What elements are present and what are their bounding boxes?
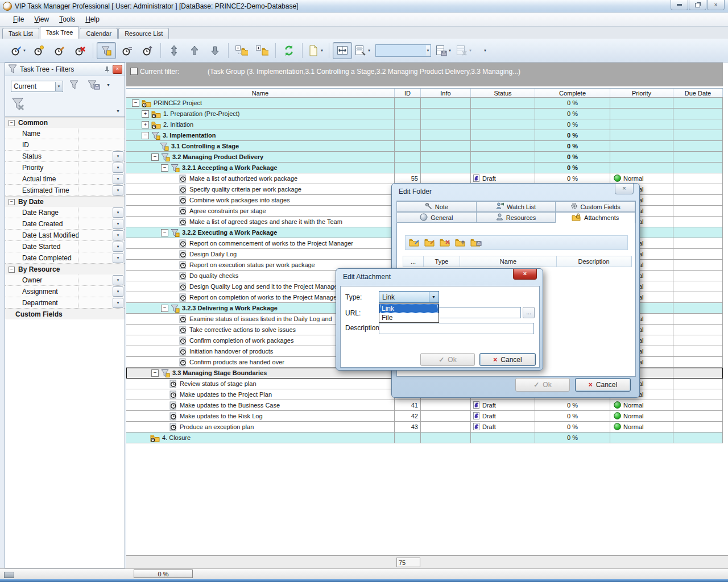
tab-resources[interactable]: Resources	[476, 212, 556, 223]
close-button[interactable]: ×	[707, 0, 725, 10]
type-combo[interactable]: Link▼	[379, 291, 439, 303]
filter-item-assignment[interactable]: Assignment▼	[5, 286, 125, 297]
clear-filter-icon[interactable]	[11, 97, 26, 113]
delete-task-button[interactable]	[70, 42, 89, 59]
table-row[interactable]: −3.2 Managing Product Delivery0 %	[126, 152, 723, 163]
collapse-box-icon[interactable]: −	[142, 132, 149, 139]
view-preset-combo[interactable]: ▼	[375, 44, 431, 57]
dropdown-button[interactable]: ▼	[113, 298, 123, 308]
column-header-complete[interactable]: Complete	[535, 89, 610, 97]
chevron-down-icon[interactable]: ▼	[106, 83, 110, 87]
task-history-button[interactable]	[138, 42, 157, 59]
export-button[interactable]: ▼	[306, 42, 325, 59]
column-header-name[interactable]: Name	[126, 89, 395, 97]
fit-columns-button[interactable]	[333, 42, 352, 59]
dropdown-button[interactable]: ▼	[113, 151, 123, 161]
dropdown-button[interactable]: ▼	[113, 230, 123, 240]
table-row[interactable]: Make updates to the Business Case41Draft…	[126, 400, 723, 411]
delete-attachment-icon[interactable]	[440, 238, 451, 248]
column-header-priority[interactable]: Priority	[610, 89, 673, 97]
filter-item-estimated-time[interactable]: Estimated Time▼	[5, 185, 125, 196]
filter-tasks-button[interactable]	[97, 42, 116, 59]
save-filter-icon[interactable]	[87, 80, 101, 91]
table-row[interactable]: 3.1 Controlling a Stage0 %	[126, 141, 723, 152]
edit-task-button[interactable]	[49, 42, 69, 59]
tab-custom-fields[interactable]: Custom Fields	[555, 201, 635, 212]
filter-item-date-completed[interactable]: Date Completed▼	[5, 252, 125, 264]
task-notes-button[interactable]	[117, 42, 136, 59]
chevron-down-icon[interactable]: ▼	[116, 109, 120, 113]
filter-item-date-created[interactable]: Date Created▼	[5, 218, 125, 230]
dropdown-button[interactable]: ▼	[113, 286, 123, 297]
tab-task-list[interactable]: Task List	[2, 28, 39, 39]
table-row[interactable]: +2. Initiation0 %	[126, 119, 723, 130]
move-down-button[interactable]	[205, 42, 225, 59]
attachment-column-type[interactable]: Type	[424, 256, 460, 267]
column-header-due-date[interactable]: Due Date	[673, 89, 723, 97]
collapse-box-icon[interactable]: −	[9, 267, 15, 273]
filter-group-custom-fields[interactable]: Custom Fields	[5, 309, 125, 319]
ok-button[interactable]: ✓Ok	[515, 378, 570, 392]
menu-view[interactable]: View	[29, 14, 54, 25]
collapse-box-icon[interactable]: −	[9, 199, 15, 205]
browse-button[interactable]: ...	[523, 307, 535, 318]
add-subtask-button[interactable]	[29, 42, 48, 59]
filter-item-date-started[interactable]: Date Started▼	[5, 241, 125, 252]
tab-watch-list[interactable]: Watch List	[476, 201, 556, 212]
filter-item-date-last-modified[interactable]: Date Last Modified▼	[5, 230, 125, 241]
save-view-button[interactable]: ▼	[434, 42, 453, 59]
dropdown-option-link[interactable]: Link	[379, 304, 439, 313]
customize-columns-button[interactable]: ▼	[353, 42, 373, 59]
dropdown-button[interactable]: ▼	[113, 275, 123, 285]
dropdown-button[interactable]: ▼	[113, 253, 123, 263]
filter-item-id[interactable]: ID	[5, 139, 125, 151]
attachment-column-grip[interactable]: ...	[403, 256, 424, 267]
column-header-status[interactable]: Status	[471, 89, 535, 97]
attachment-column-name[interactable]: Name	[460, 256, 557, 267]
table-row[interactable]: −PRINCE2 Project0 %	[126, 98, 723, 109]
tab-note[interactable]: Note	[396, 201, 477, 212]
collapse-box-icon[interactable]: −	[161, 164, 168, 172]
dropdown-button[interactable]: ▼	[113, 242, 123, 252]
collapse-box-icon[interactable]: −	[9, 120, 15, 126]
collapse-box-icon[interactable]: −	[161, 305, 168, 312]
dropdown-button[interactable]: ▼	[113, 219, 123, 229]
dropdown-button[interactable]: ▼	[113, 174, 123, 184]
add-task-button[interactable]: ▼	[9, 42, 28, 59]
filter-item-status[interactable]: Status▼	[5, 151, 125, 162]
delete-view-button[interactable]: ▼	[454, 42, 474, 59]
ok-button[interactable]: ✓Ok	[420, 353, 475, 366]
tab-general[interactable]: General	[396, 212, 477, 223]
expand-all-button[interactable]	[253, 42, 272, 59]
attachment-column-description[interactable]: Description	[557, 256, 631, 267]
column-header-id[interactable]: ID	[395, 89, 421, 97]
cancel-button[interactable]: ×Cancel	[575, 378, 631, 392]
cancel-button[interactable]: ×Cancel	[479, 353, 536, 366]
table-row[interactable]: −3. Implementation0 %	[126, 130, 723, 141]
filter-group-common[interactable]: −Common	[5, 117, 125, 128]
description-input[interactable]	[379, 323, 534, 334]
minimize-button[interactable]	[671, 0, 688, 10]
dropdown-button[interactable]: ▼	[113, 185, 123, 196]
toolbar-overflow-button[interactable]: ▼	[475, 42, 494, 59]
open-attachment-icon[interactable]	[455, 238, 466, 248]
expand-box-icon[interactable]: +	[142, 121, 149, 128]
table-row[interactable]: Produce an exception plan43Draft0 %Norma…	[126, 422, 723, 433]
dropdown-option-file[interactable]: File	[379, 313, 439, 322]
dialog-close-button[interactable]: ×	[513, 269, 537, 280]
pin-icon[interactable]	[103, 65, 111, 73]
dropdown-button[interactable]: ▼	[113, 163, 123, 173]
tab-task-tree[interactable]: Task Tree	[40, 26, 80, 39]
filter-item-name[interactable]: Name	[5, 128, 125, 139]
move-up-button[interactable]	[185, 42, 204, 59]
filter-group-by-resource[interactable]: −By Resource	[5, 264, 125, 275]
restore-button[interactable]	[689, 0, 706, 10]
edit-attachment-icon[interactable]	[424, 238, 436, 248]
table-row[interactable]: +1. Preparation (Pre-Project)0 %	[126, 109, 723, 119]
collapse-all-button[interactable]	[232, 42, 251, 59]
collapse-box-icon[interactable]: −	[151, 153, 159, 161]
tab-attachments[interactable]: Attachments	[555, 212, 635, 223]
apply-filter-icon[interactable]	[69, 80, 79, 91]
collapse-box-icon[interactable]: −	[151, 369, 159, 377]
collapse-box-icon[interactable]: −	[132, 99, 139, 107]
